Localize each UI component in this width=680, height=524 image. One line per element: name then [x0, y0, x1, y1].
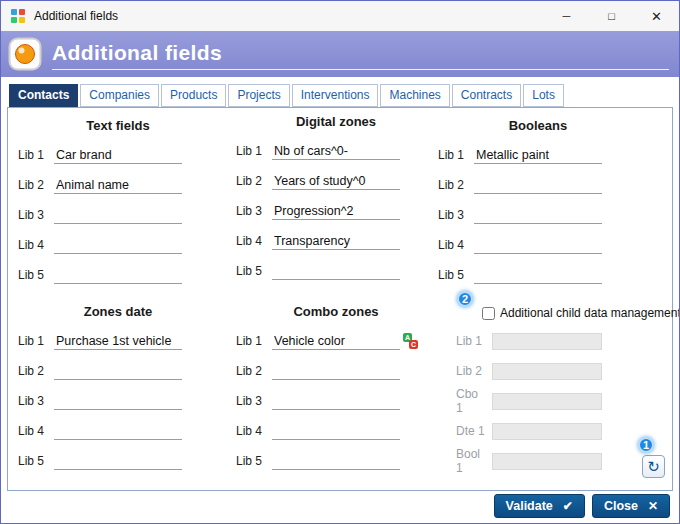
- field-label: Lib 5: [18, 268, 54, 282]
- text-field-4-input[interactable]: [54, 237, 182, 254]
- field-label: Bool 1: [456, 447, 488, 475]
- group-digital-zones: Digital zones Lib 1 Lib 2 Lib 3 Lib 4 Li…: [236, 114, 450, 286]
- digital-field-4-input[interactable]: [272, 233, 400, 250]
- close-window-button[interactable]: ✕: [634, 1, 679, 31]
- combo-field-3-input[interactable]: [272, 393, 400, 410]
- field-row: Lib 5: [438, 260, 652, 290]
- child-cbo1-input: [492, 393, 602, 410]
- field-label: Lib 2: [456, 364, 488, 378]
- group-title: Booleans: [474, 118, 602, 134]
- field-label: Lib 2: [18, 178, 54, 192]
- field-label: Lib 2: [236, 364, 272, 378]
- combo-field-1-input[interactable]: [272, 333, 400, 350]
- child-dte1-input: [492, 423, 602, 440]
- maximize-button[interactable]: □: [589, 1, 634, 31]
- date-field-3-input[interactable]: [54, 393, 182, 410]
- header-ball-icon: [8, 37, 42, 71]
- page-title: Additional fields: [52, 41, 669, 65]
- validate-button[interactable]: Validate ✔: [494, 494, 585, 518]
- combo-icon-c: C: [409, 340, 418, 349]
- tab-machines[interactable]: Machines: [380, 84, 449, 107]
- boolean-field-4-input[interactable]: [474, 237, 602, 254]
- field-row: Lib 3: [236, 386, 450, 416]
- field-row: Lib 3: [438, 200, 652, 230]
- text-field-5-input[interactable]: [54, 267, 182, 284]
- date-field-5-input[interactable]: [54, 453, 182, 470]
- field-row: Lib 4: [438, 230, 652, 260]
- child-lib2-input: [492, 363, 602, 380]
- tab-contacts[interactable]: Contacts: [9, 84, 78, 107]
- field-label: Lib 5: [438, 268, 474, 282]
- page-header: Additional fields: [1, 31, 679, 77]
- boolean-field-5-input[interactable]: [474, 267, 602, 284]
- field-label: Lib 2: [236, 174, 272, 188]
- digital-field-1-input[interactable]: [272, 143, 400, 160]
- group-title: Zones date: [54, 304, 182, 320]
- boolean-field-1-input[interactable]: [474, 147, 602, 164]
- tab-products[interactable]: Products: [161, 84, 226, 107]
- group-zones-date: Zones date Lib 1 Lib 2 Lib 3 Lib 4 Lib 5: [18, 304, 232, 476]
- text-field-1-input[interactable]: [54, 147, 182, 164]
- field-label: Lib 5: [236, 454, 272, 468]
- date-field-4-input[interactable]: [54, 423, 182, 440]
- child-data-checkbox[interactable]: [482, 307, 495, 320]
- field-row: Lib 4: [18, 416, 232, 446]
- tab-strip: Contacts Companies Products Projects Int…: [9, 84, 673, 107]
- field-row: Lib 2: [18, 356, 232, 386]
- group-title: Combo zones: [272, 304, 400, 320]
- field-label: Cbo 1: [456, 387, 488, 415]
- field-label: Lib 4: [236, 424, 272, 438]
- refresh-button[interactable]: ↻: [642, 455, 665, 478]
- combo-field-4-input[interactable]: [272, 423, 400, 440]
- field-row: Lib 5: [236, 256, 450, 286]
- field-label: Lib 3: [236, 204, 272, 218]
- tab-interventions[interactable]: Interventions: [292, 84, 379, 107]
- field-label: Lib 4: [236, 234, 272, 248]
- field-row: Lib 1: [438, 140, 652, 170]
- field-label: Lib 3: [18, 394, 54, 408]
- boolean-field-3-input[interactable]: [474, 207, 602, 224]
- tab-contracts[interactable]: Contracts: [452, 84, 521, 107]
- callout-badge-2: 2: [457, 291, 473, 307]
- field-label: Lib 1: [18, 148, 54, 162]
- check-icon: ✔: [563, 499, 573, 513]
- field-row: Lib 5: [236, 446, 450, 476]
- minimize-button[interactable]: ─: [544, 1, 589, 31]
- field-row: Lib 4: [236, 416, 450, 446]
- field-row: Lib 4: [18, 230, 232, 260]
- field-row: Lib 2: [236, 356, 450, 386]
- field-label: Dte 1: [456, 424, 488, 438]
- field-label: Lib 4: [18, 238, 54, 252]
- app-icon: [10, 8, 26, 24]
- combo-field-5-input[interactable]: [272, 453, 400, 470]
- text-field-3-input[interactable]: [54, 207, 182, 224]
- boolean-field-2-input[interactable]: [474, 177, 602, 194]
- field-label: Lib 3: [18, 208, 54, 222]
- field-label: Lib 4: [438, 238, 474, 252]
- field-label: Lib 2: [438, 178, 474, 192]
- group-text-fields: Text fields Lib 1 Lib 2 Lib 3 Lib 4 Lib …: [18, 118, 232, 290]
- digital-field-5-input[interactable]: [272, 263, 400, 280]
- digital-field-3-input[interactable]: [272, 203, 400, 220]
- tab-projects[interactable]: Projects: [228, 84, 289, 107]
- field-row: Lib 1 AC: [236, 326, 450, 356]
- child-bool1-input: [492, 453, 602, 470]
- date-field-1-input[interactable]: [54, 333, 182, 350]
- window-controls: ─ □ ✕: [544, 1, 679, 31]
- field-label: Lib 5: [18, 454, 54, 468]
- tab-lots[interactable]: Lots: [523, 84, 564, 107]
- tab-companies[interactable]: Companies: [80, 84, 159, 107]
- field-row: Lib 5: [18, 260, 232, 290]
- combo-field-2-input[interactable]: [272, 363, 400, 380]
- group-title: Digital zones: [272, 114, 400, 130]
- field-row: Lib 3: [18, 200, 232, 230]
- digital-field-2-input[interactable]: [272, 173, 400, 190]
- combo-color-icon[interactable]: AC: [403, 333, 418, 349]
- text-field-2-input[interactable]: [54, 177, 182, 194]
- field-row: Lib 1: [18, 326, 232, 356]
- child-data-checkbox-label[interactable]: Additional child data management: [500, 306, 680, 320]
- date-field-2-input[interactable]: [54, 363, 182, 380]
- close-button[interactable]: Close ✕: [592, 494, 670, 518]
- close-button-label: Close: [604, 499, 638, 513]
- field-row: Lib 1: [236, 136, 450, 166]
